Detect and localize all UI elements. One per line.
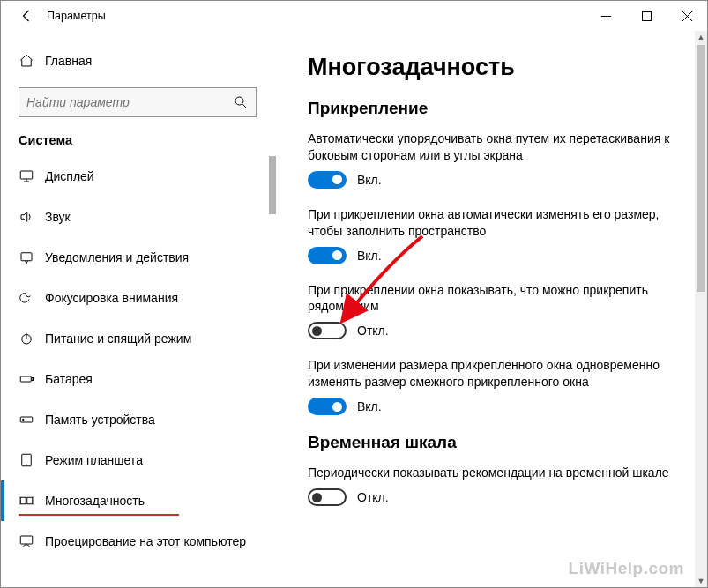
sidebar-item-focus[interactable]: Фокусировка внимания (1, 278, 276, 318)
notification-icon (19, 249, 45, 265)
svg-rect-1 (642, 11, 651, 20)
sidebar-item-label: Проецирование на этот компьютер (45, 534, 246, 548)
toggle-state-label: Вкл. (357, 173, 382, 187)
svg-rect-13 (32, 378, 34, 381)
page-title: Многозадачность (308, 54, 684, 81)
sidebar-item-label: Многозадачность (45, 494, 145, 508)
setting-description: При изменении размера прикрепленного окн… (308, 357, 678, 391)
home-label: Главная (45, 54, 92, 68)
svg-rect-12 (20, 376, 31, 382)
toggle-snap-arrange[interactable] (308, 171, 347, 189)
sound-icon (19, 209, 45, 225)
svg-point-4 (235, 97, 243, 105)
scroll-thumb[interactable] (697, 45, 705, 292)
toggle-state-label: Откл. (357, 490, 389, 504)
scroll-down-icon[interactable]: ▼ (695, 575, 707, 587)
toggle-snap-adjacent[interactable] (308, 398, 347, 415)
window-title: Параметры (43, 10, 106, 22)
projecting-icon (19, 533, 45, 549)
svg-point-15 (23, 419, 25, 421)
sidebar-nav-list: Дисплей Звук Уведомления и действия Фоку… (1, 156, 276, 562)
section-title-timeline: Временная шкала (308, 433, 684, 452)
sidebar-section-title: Система (1, 130, 276, 156)
display-icon (19, 168, 45, 184)
active-underline-annotation (19, 514, 179, 516)
toggle-state-label: Вкл. (357, 399, 382, 413)
setting-timeline-recommend: Периодически показывать рекомендации на … (308, 465, 684, 506)
sidebar-item-label: Режим планшета (45, 453, 143, 467)
svg-rect-9 (21, 253, 32, 261)
sidebar-item-label: Память устройства (45, 413, 155, 427)
toggle-snap-resize[interactable] (308, 247, 347, 264)
multitasking-icon (19, 493, 45, 509)
sidebar-item-label: Питание и спящий режим (45, 331, 191, 346)
maximize-button[interactable] (626, 1, 667, 31)
sidebar-item-label: Батарея (45, 372, 93, 386)
svg-rect-22 (20, 536, 33, 544)
minimize-button[interactable] (585, 1, 626, 31)
back-button[interactable] (11, 8, 43, 24)
battery-icon (19, 371, 45, 387)
sidebar-item-label: Дисплей (45, 169, 94, 183)
sidebar-item-label: Звук (45, 210, 71, 224)
sidebar-item-notifications[interactable]: Уведомления и действия (1, 237, 276, 278)
sidebar-item-sound[interactable]: Звук (1, 197, 276, 237)
watermark: LiWiHelp.com (569, 559, 684, 578)
sidebar-item-projecting[interactable]: Проецирование на этот компьютер (1, 521, 276, 562)
close-button[interactable] (667, 1, 707, 31)
power-icon (19, 331, 45, 346)
storage-icon (19, 412, 45, 428)
toggle-state-label: Откл. (357, 324, 389, 338)
setting-description: Автоматически упорядочивать окна путем и… (308, 130, 678, 164)
home-nav[interactable]: Главная (1, 43, 276, 78)
svg-rect-18 (20, 497, 26, 504)
sidebar-item-tablet[interactable]: Режим планшета (1, 440, 276, 480)
svg-line-5 (242, 104, 246, 108)
sidebar-item-storage[interactable]: Память устройства (1, 399, 276, 440)
svg-rect-6 (20, 171, 33, 179)
window-controls (585, 1, 707, 31)
sidebar-item-multitasking[interactable]: Многозадачность (1, 480, 276, 521)
setting-snap-arrange: Автоматически упорядочивать окна путем и… (308, 130, 684, 189)
focus-icon (19, 290, 45, 306)
setting-description: Периодически показывать рекомендации на … (308, 465, 678, 481)
search-icon (233, 94, 249, 110)
section-title-snap: Прикрепление (308, 99, 684, 118)
sidebar-item-display[interactable]: Дисплей (1, 156, 276, 197)
setting-description: При прикреплении окна автоматически изме… (308, 206, 678, 240)
tablet-icon (19, 452, 45, 468)
toggle-state-label: Вкл. (357, 249, 382, 263)
sidebar-item-battery[interactable]: Батарея (1, 359, 276, 399)
setting-snap-resize: При прикреплении окна автоматически изме… (308, 206, 684, 264)
sidebar: Главная Система Дисплей Звук (1, 31, 276, 587)
search-input[interactable] (26, 95, 233, 109)
titlebar: Параметры (1, 1, 707, 31)
setting-snap-adjacent: При изменении размера прикрепленного окн… (308, 357, 684, 415)
toggle-timeline-recommend[interactable] (308, 488, 347, 506)
sidebar-item-power[interactable]: Питание и спящий режим (1, 318, 276, 359)
svg-rect-19 (27, 497, 33, 504)
sidebar-item-label: Уведомления и действия (45, 250, 189, 264)
home-icon (19, 53, 45, 69)
setting-description: При прикреплении окна показывать, что мо… (308, 282, 678, 316)
setting-snap-suggest: При прикреплении окна показывать, что мо… (308, 282, 684, 340)
search-box[interactable] (19, 87, 257, 117)
content-scrollbar[interactable]: ▲ ▼ (695, 31, 707, 587)
scroll-up-icon[interactable]: ▲ (695, 31, 707, 43)
content-pane: Многозадачность Прикрепление Автоматичес… (276, 31, 707, 587)
svg-rect-16 (22, 454, 32, 466)
toggle-snap-suggest[interactable] (308, 322, 347, 339)
sidebar-item-label: Фокусировка внимания (45, 291, 178, 305)
